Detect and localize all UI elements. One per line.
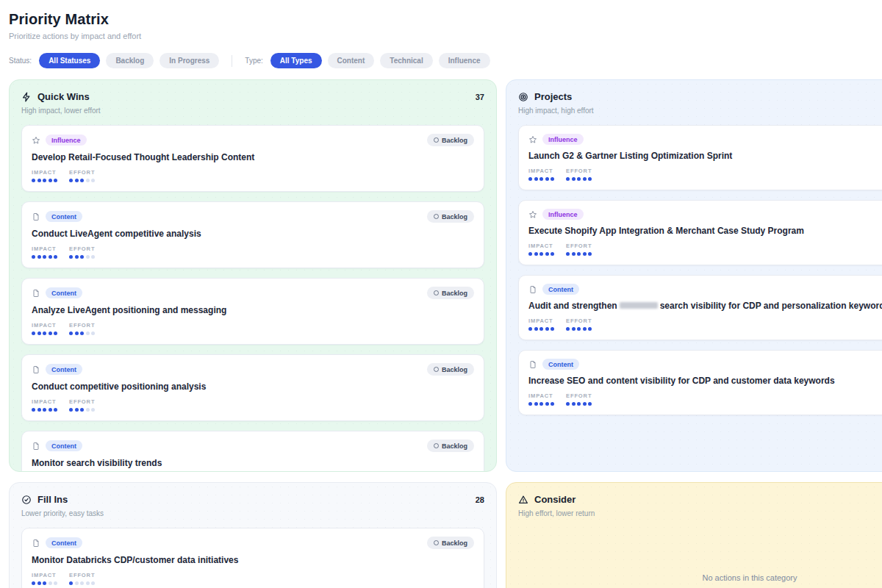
card-title: Conduct competitive positioning analysis: [32, 381, 474, 392]
type-filter-label: Type:: [245, 57, 262, 65]
redacted-text: [620, 302, 658, 309]
status-badge[interactable]: Backlog: [427, 210, 474, 223]
action-card[interactable]: Influence Execute Shopify App Integratio…: [518, 200, 882, 265]
action-card[interactable]: Content Increase SEO and content visibil…: [518, 350, 882, 415]
projects-header: Projects: [518, 91, 882, 102]
type-badge: Influence: [46, 135, 87, 146]
projects-card-list: Influence Launch G2 & Gartner Listing Op…: [518, 125, 882, 415]
filter-type-content[interactable]: Content: [328, 53, 375, 68]
quadrant-fill-ins: Fill Ins 28 Lower priority, easy tasks C…: [9, 482, 497, 588]
document-icon: [32, 212, 40, 221]
quadrant-grid: Quick Wins 37 High impact, lower effort …: [9, 79, 882, 588]
card-title: Execute Shopify App Integration & Mercha…: [528, 226, 882, 236]
quadrant-count: 28: [476, 495, 484, 504]
metrics: IMPACT EFFORT: [32, 245, 474, 259]
action-card[interactable]: Content Backlog Conduct LiveAgent compet…: [21, 201, 484, 268]
card-title: Monitor Databricks CDP/customer data ini…: [32, 555, 474, 565]
type-badge: Content: [46, 364, 82, 375]
effort-dots: [69, 179, 95, 182]
type-badge: Content: [46, 287, 82, 298]
document-icon: [528, 360, 537, 369]
effort-dots: [566, 402, 592, 406]
impact-dots: [528, 252, 554, 256]
filter-status-in-progress[interactable]: In Progress: [159, 53, 219, 68]
metrics: IMPACT EFFORT: [32, 322, 474, 335]
type-badge: Content: [46, 440, 82, 451]
quadrant-consider: Consider High effort, lower return No ac…: [506, 482, 882, 588]
star-icon: [32, 136, 40, 145]
action-card[interactable]: Content Audit and strengthensearch visib…: [518, 275, 882, 340]
status-badge[interactable]: Backlog: [427, 440, 474, 452]
effort-dots: [69, 408, 95, 412]
page-title: Priority Matrix: [9, 11, 882, 28]
page-header: Priority Matrix Prioritize actions by im…: [0, 0, 882, 68]
effort-dots: [566, 252, 592, 256]
quadrant-title: Projects: [534, 91, 572, 102]
filter-type-technical[interactable]: Technical: [380, 53, 432, 68]
metrics: IMPACT EFFORT: [528, 243, 882, 256]
empty-state-label: No actions in this category: [518, 573, 882, 582]
card-title: Increase SEO and content visibility for …: [528, 376, 882, 386]
card-title: Launch G2 & Gartner Listing Optimization…: [528, 151, 882, 161]
action-card[interactable]: Content Backlog Monitor search visibilit…: [21, 431, 484, 472]
document-icon: [32, 442, 40, 451]
filter-status-backlog[interactable]: Backlog: [106, 53, 154, 68]
effort-dots: [69, 255, 95, 259]
action-card[interactable]: Content Backlog Conduct competitive posi…: [21, 354, 484, 421]
impact-dots: [528, 177, 554, 181]
type-badge: Influence: [542, 134, 584, 145]
impact-dots: [32, 408, 57, 412]
filter-type-all[interactable]: All Types: [270, 53, 322, 68]
status-circle-icon: [434, 214, 439, 219]
quick-wins-card-list: Influence Backlog Develop Retail-Focused…: [21, 125, 484, 472]
star-icon: [528, 210, 537, 219]
status-circle-icon: [434, 443, 439, 448]
effort-dots: [69, 581, 95, 585]
filter-status-all[interactable]: All Statuses: [39, 53, 100, 68]
status-circle-icon: [434, 367, 439, 372]
quadrant-quick-wins: Quick Wins 37 High impact, lower effort …: [9, 79, 497, 472]
action-card[interactable]: Influence Backlog Develop Retail-Focused…: [21, 125, 484, 192]
star-icon: [528, 135, 537, 144]
document-icon: [32, 365, 40, 374]
quadrant-subtitle: High impact, lower effort: [21, 107, 484, 115]
status-circle-icon: [434, 540, 439, 545]
card-title: Audit and strengthensearch visibility fo…: [528, 301, 882, 311]
quadrant-subtitle: High effort, lower return: [518, 509, 882, 517]
metrics: IMPACT EFFORT: [32, 572, 474, 585]
status-badge[interactable]: Backlog: [427, 134, 474, 146]
card-title: Develop Retail-Focused Thought Leadershi…: [32, 152, 474, 162]
type-badge: Content: [46, 537, 82, 548]
document-icon: [528, 285, 537, 294]
action-card[interactable]: Content Backlog Analyze LiveAgent positi…: [21, 278, 484, 345]
action-card[interactable]: Influence Launch G2 & Gartner Listing Op…: [518, 125, 882, 190]
quadrant-title: Consider: [534, 494, 576, 505]
check-circle-icon: [21, 495, 32, 505]
quadrant-subtitle: Lower priority, easy tasks: [21, 509, 484, 517]
metrics: IMPACT EFFORT: [32, 398, 474, 412]
quadrant-subtitle: High impact, high effort: [518, 107, 882, 115]
status-badge[interactable]: Backlog: [427, 287, 474, 299]
document-icon: [32, 539, 40, 548]
quadrant-title: Quick Wins: [37, 91, 90, 102]
target-icon: [518, 92, 528, 102]
metrics: IMPACT EFFORT: [32, 169, 474, 182]
filter-type-influence[interactable]: Influence: [439, 53, 490, 68]
impact-dots: [32, 581, 57, 585]
action-card[interactable]: Content Backlog Monitor Databricks CDP/c…: [21, 528, 484, 588]
status-circle-icon: [434, 137, 439, 143]
status-badge[interactable]: Backlog: [427, 363, 474, 376]
effort-dots: [566, 327, 592, 331]
impact-dots: [528, 402, 554, 406]
filter-bar: Status: All Statuses Backlog In Progress…: [9, 53, 882, 68]
metrics: IMPACT EFFORT: [528, 392, 882, 406]
status-badge[interactable]: Backlog: [427, 537, 474, 549]
status-filter-label: Status:: [9, 57, 32, 65]
quadrant-projects: Projects High impact, high effort Influe…: [506, 79, 882, 472]
impact-dots: [32, 255, 57, 259]
card-title: Monitor search visibility trends: [32, 458, 474, 468]
filter-divider: [232, 55, 232, 67]
document-icon: [32, 289, 40, 298]
type-badge: Content: [542, 359, 579, 370]
impact-dots: [32, 179, 57, 182]
